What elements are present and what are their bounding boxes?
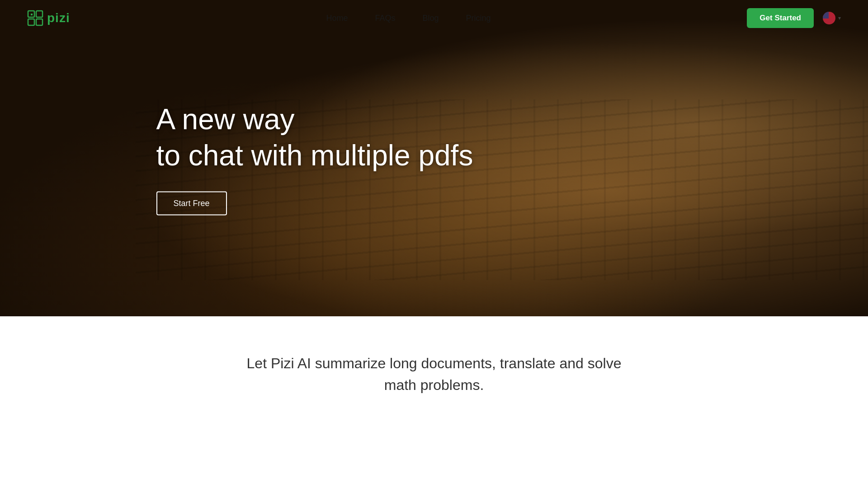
svg-rect-4 (31, 14, 33, 15)
nav-right: Get Started ▾ (747, 8, 841, 28)
logo-link[interactable]: pizi (27, 10, 70, 26)
hero-title-line1: A new way (156, 103, 295, 136)
nav-faqs[interactable]: FAQs (375, 14, 395, 23)
nav-blog[interactable]: Blog (423, 14, 439, 23)
navbar: pizi Home FAQs Blog Pricing Get Started … (0, 0, 868, 36)
svg-rect-2 (28, 19, 34, 25)
nav-home[interactable]: Home (326, 14, 348, 23)
nav-links: Home FAQs Blog Pricing (326, 14, 491, 23)
chevron-down-icon: ▾ (838, 15, 841, 21)
get-started-button[interactable]: Get Started (747, 8, 814, 28)
subheading-text: Let Pizi AI summarize long documents, tr… (231, 352, 637, 396)
language-selector[interactable]: ▾ (823, 12, 841, 24)
us-flag-icon (823, 12, 835, 24)
nav-pricing[interactable]: Pricing (466, 14, 491, 23)
hero-title: A new way to chat with multiple pdfs (156, 101, 473, 174)
start-free-button[interactable]: Start Free (156, 192, 227, 216)
logo-text: pizi (47, 11, 70, 25)
logo-icon (27, 10, 43, 26)
svg-rect-1 (36, 11, 42, 17)
subheading-section: Let Pizi AI summarize long documents, tr… (0, 316, 868, 432)
hero-title-line2: to chat with multiple pdfs (156, 139, 473, 172)
hero-content: A new way to chat with multiple pdfs Sta… (156, 101, 473, 216)
svg-rect-3 (36, 19, 42, 25)
hero-section: A new way to chat with multiple pdfs Sta… (0, 0, 868, 316)
